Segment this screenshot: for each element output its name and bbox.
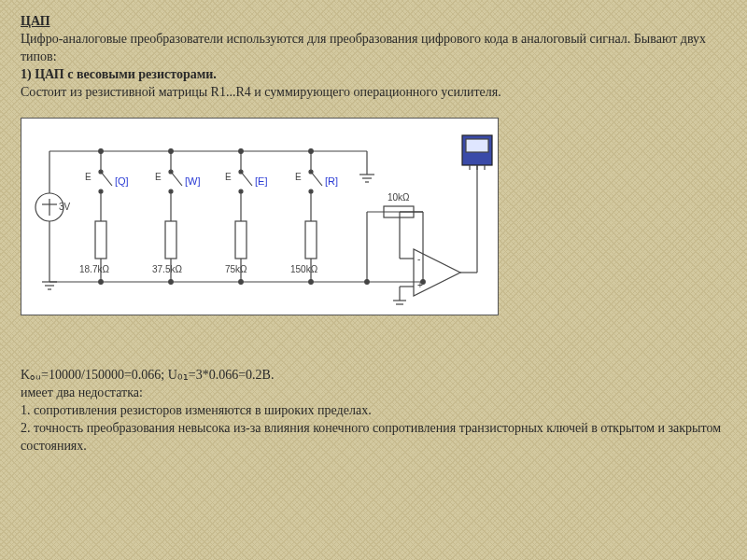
r3-label: 75kΩ — [225, 263, 247, 276]
switch3-prefix: E — [225, 171, 232, 184]
svg-rect-22 — [165, 221, 176, 259]
r4-label: 150kΩ — [290, 263, 317, 276]
svg-rect-67 — [466, 139, 488, 152]
vsource-label: 3V — [59, 201, 70, 214]
switch2-prefix: E — [155, 171, 162, 184]
svg-line-19 — [171, 172, 182, 186]
rf-label: 10kΩ — [388, 191, 410, 204]
svg-point-41 — [309, 149, 314, 154]
switch4-prefix: E — [295, 171, 302, 184]
footer-item2: 2. точность преобразования невысока из-з… — [21, 420, 726, 455]
svg-point-40 — [239, 149, 244, 154]
formula-line: Kₒᵤ=10000/150000=0.066; U₀₁=3*0.066=0.2В… — [21, 367, 726, 385]
r2-label: 37.5kΩ — [152, 263, 182, 276]
footer-prelist: имеет два недостатка: — [21, 385, 726, 402]
switch1-key: [Q] — [115, 175, 129, 189]
svg-line-33 — [311, 172, 322, 186]
switch3-key: [E] — [255, 175, 267, 189]
switch2-key: [W] — [185, 175, 201, 189]
doc-desc1: Состоит из резистивной матрицы R1...R4 и… — [21, 84, 726, 102]
switch4-key: [R] — [325, 175, 338, 189]
svg-rect-36 — [305, 221, 317, 259]
switch1-prefix: E — [85, 171, 92, 184]
svg-rect-15 — [95, 221, 106, 259]
svg-point-43 — [169, 280, 174, 285]
svg-point-39 — [169, 149, 174, 154]
svg-point-45 — [309, 280, 314, 285]
svg-line-26 — [241, 172, 252, 186]
svg-point-42 — [99, 280, 104, 285]
opamp-plus: + — [417, 279, 423, 292]
svg-rect-29 — [235, 221, 247, 259]
svg-point-53 — [365, 280, 370, 285]
doc-type1: 1) ЦАП с весовыми резисторами. — [21, 66, 726, 84]
svg-point-44 — [239, 280, 244, 285]
svg-line-12 — [101, 172, 112, 186]
r1-label: 18.7kΩ — [79, 263, 109, 276]
doc-title: ЦАП — [21, 13, 726, 31]
doc-intro: Цифро-аналоговые преобразователи использ… — [21, 31, 726, 66]
footer-item1: 1. сопротивления резисторов изменяются в… — [21, 402, 726, 420]
opamp-minus: - — [417, 253, 420, 266]
svg-point-38 — [99, 149, 104, 154]
circuit-diagram: 3V E [Q] E [W] E [E] E [R] 18.7kΩ 37.5kΩ… — [21, 118, 499, 315]
